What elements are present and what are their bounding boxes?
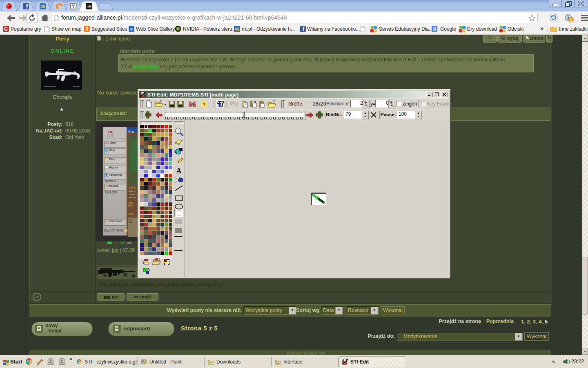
svg-text:»: » (540, 25, 543, 31)
svg-text:?: ? (203, 101, 206, 108)
svg-text:sti: sti (190, 102, 194, 106)
svg-text:f: f (303, 26, 305, 32)
svg-text:Y: Y (71, 4, 75, 9)
svg-text:A: A (176, 167, 182, 175)
svg-text:f: f (26, 3, 28, 10)
svg-text:1: 1 (570, 18, 572, 22)
svg-text:e: e (130, 26, 133, 32)
svg-text:8: 8 (433, 26, 436, 32)
svg-text:G: G (4, 26, 8, 32)
svg-text:nk: nk (40, 4, 45, 9)
